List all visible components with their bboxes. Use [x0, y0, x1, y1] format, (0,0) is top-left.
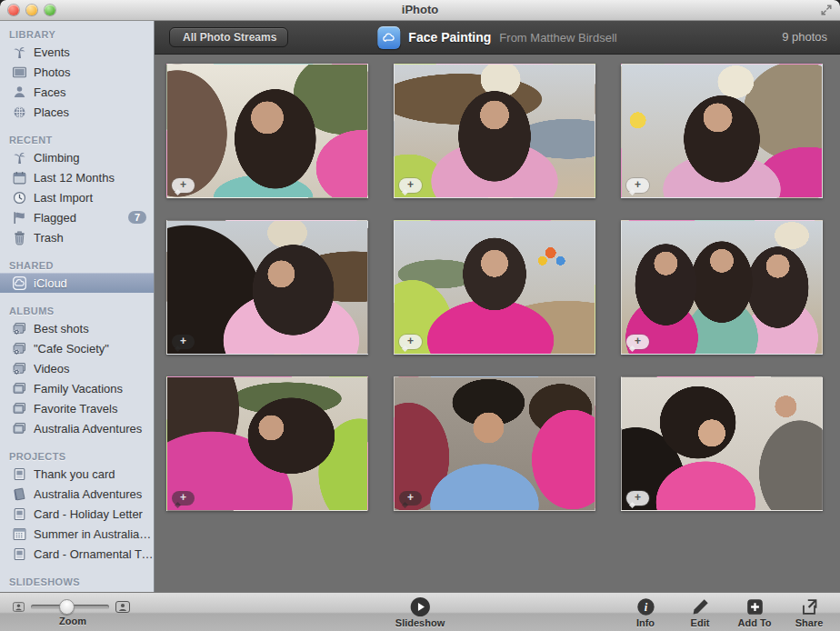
- smart-album-icon: [12, 341, 27, 356]
- photo-thumbnail-4[interactable]: +: [166, 220, 368, 355]
- sidebar-item-label: Summer in Australia C…: [34, 527, 154, 541]
- sidebar-item-label: Trash: [34, 231, 154, 245]
- section-header-projects: PROJECTS: [0, 448, 154, 464]
- sidebar-item-trash[interactable]: Trash: [0, 227, 154, 247]
- sidebar-item-places[interactable]: Places: [0, 102, 154, 122]
- sidebar-item-label: Family Vacations: [34, 382, 154, 396]
- back-to-streams-button[interactable]: All Photo Streams: [169, 27, 288, 47]
- share-icon: [800, 596, 819, 617]
- sidebar-item-label: Favorite Travels: [34, 402, 154, 416]
- sidebar-item-label: Card - Ornamental Tree: [34, 547, 154, 561]
- photo-thumbnail-6[interactable]: +: [621, 220, 823, 355]
- window-title: iPhoto: [0, 0, 840, 20]
- comment-add-badge[interactable]: +: [172, 335, 195, 349]
- zoom-label: Zoom: [13, 616, 133, 626]
- sidebar-item-label: Australia Adventures: [34, 422, 154, 436]
- sidebar-item-videos[interactable]: Videos: [0, 358, 154, 378]
- sidebar-item-faces[interactable]: Faces: [0, 82, 154, 102]
- sidebar-section-shared: SHAREDiCloud: [0, 257, 154, 293]
- sidebar-item-climbing[interactable]: Climbing: [0, 147, 154, 167]
- section-header-slideshows: SLIDESHOWS: [0, 574, 154, 589]
- sidebar-item-best-shots[interactable]: Best shots: [0, 318, 154, 338]
- sidebar-item-card-holiday-letter[interactable]: Card - Holiday Letter: [0, 504, 154, 524]
- sidebar-item-label: Best shots: [34, 322, 154, 336]
- sidebar-item-summer-in-australia-c[interactable]: Summer in Australia C…: [0, 524, 154, 544]
- sidebar-item-label: iCloud: [34, 276, 154, 290]
- calendar-icon: [12, 170, 27, 185]
- share-button[interactable]: Share: [789, 596, 829, 628]
- sidebar-item-icloud[interactable]: iCloud: [0, 273, 154, 293]
- card-icon: [12, 506, 27, 522]
- zoom-slider-knob[interactable]: [59, 599, 75, 615]
- sidebar-section-slideshows: SLIDESHOWSSnow Day: [0, 574, 154, 592]
- fullscreen-icon[interactable]: [820, 4, 833, 16]
- flag-icon: [12, 210, 27, 225]
- sidebar-item-label: Last Import: [34, 191, 154, 205]
- photo-thumbnail-2[interactable]: +: [394, 64, 595, 198]
- comment-add-badge[interactable]: +: [172, 178, 195, 193]
- toolbar-right-group: i Info Edit Add To Share: [625, 596, 829, 628]
- pencil-icon: [691, 596, 710, 617]
- sidebar-item-photos[interactable]: Photos: [0, 62, 154, 82]
- comment-add-badge[interactable]: +: [399, 178, 422, 193]
- slideshow-button[interactable]: Slideshow: [395, 596, 445, 628]
- stream-title: Face Painting: [408, 30, 491, 45]
- sidebar: LIBRARYEventsPhotosFacesPlacesRECENTClim…: [0, 21, 155, 592]
- comment-add-badge[interactable]: +: [626, 335, 649, 349]
- sidebar-item-thank-you-card[interactable]: Thank you card: [0, 464, 154, 484]
- comment-add-badge[interactable]: +: [172, 491, 195, 506]
- zoom-large-icon[interactable]: [115, 601, 130, 613]
- photo-thumbnail-5[interactable]: +: [394, 220, 595, 355]
- comment-add-badge[interactable]: +: [399, 491, 422, 506]
- sidebar-item-flagged[interactable]: Flagged7: [0, 207, 154, 227]
- book-icon: [12, 486, 27, 502]
- calendar-project-icon: [12, 526, 27, 542]
- stream-owner: From Matthew Birdsell: [499, 31, 616, 45]
- sidebar-item-events[interactable]: Events: [0, 42, 154, 62]
- photo-thumbnail-1[interactable]: +: [166, 64, 368, 198]
- sidebar-item-australia-adventures[interactable]: Australia Adventures: [0, 484, 154, 504]
- edit-button[interactable]: Edit: [680, 596, 720, 628]
- smart-album-icon: [12, 361, 27, 376]
- sidebar-item-last-12-months[interactable]: Last 12 Months: [0, 167, 154, 187]
- sidebar-item-label: Last 12 Months: [34, 171, 154, 185]
- bottom-toolbar: Zoom Slideshow i Info Edit: [0, 592, 840, 631]
- zoom-control: Zoom: [13, 597, 133, 626]
- titlebar[interactable]: iPhoto: [0, 0, 840, 21]
- plus-icon: [745, 596, 765, 617]
- clock-icon: [12, 190, 27, 205]
- iphoto-window: iPhoto LIBRARYEventsPhotosFacesPlacesREC…: [0, 0, 840, 631]
- photo-thumbnail-9[interactable]: +: [621, 376, 823, 511]
- sidebar-item-card-ornamental-tree[interactable]: Card - Ornamental Tree: [0, 544, 154, 564]
- item-count-badge: 7: [128, 211, 146, 224]
- photo-thumbnail-8[interactable]: +: [394, 376, 595, 511]
- sidebar-item-family-vacations[interactable]: Family Vacations: [0, 378, 154, 398]
- palm-tree-icon: [12, 150, 27, 165]
- content-area: All Photo Streams Face Painting From Mat…: [155, 21, 840, 592]
- comment-add-badge[interactable]: +: [626, 491, 649, 506]
- sidebar-item-australia-adventures[interactable]: Australia Adventures: [0, 418, 154, 438]
- add-to-label: Add To: [737, 617, 771, 628]
- sidebar-item-last-import[interactable]: Last Import: [0, 187, 154, 207]
- sidebar-item-favorite-travels[interactable]: Favorite Travels: [0, 398, 154, 418]
- sidebar-item-cafe-society[interactable]: "Cafe Society": [0, 338, 154, 358]
- stream-title-group: Face Painting From Matthew Birdsell: [377, 21, 616, 54]
- sidebar-item-label: Photos: [34, 65, 154, 79]
- zoom-small-icon[interactable]: [13, 602, 25, 612]
- add-to-button[interactable]: Add To: [735, 596, 775, 628]
- comment-add-badge[interactable]: +: [399, 335, 422, 349]
- sidebar-section-recent: RECENTClimbingLast 12 MonthsLast ImportF…: [0, 132, 154, 247]
- comment-add-badge[interactable]: +: [626, 178, 649, 193]
- photos-icon: [12, 65, 27, 80]
- album-icon: [12, 381, 27, 396]
- info-button[interactable]: i Info: [625, 596, 665, 628]
- photo-thumbnail-3[interactable]: +: [621, 64, 823, 198]
- svg-text:i: i: [644, 601, 647, 614]
- sidebar-section-library: LIBRARYEventsPhotosFacesPlaces: [0, 26, 154, 122]
- slideshow-label: Slideshow: [395, 617, 445, 628]
- sidebar-item-label: Events: [34, 45, 154, 59]
- share-label: Share: [795, 617, 824, 628]
- zoom-slider[interactable]: [31, 605, 109, 609]
- palm-tree-icon: [12, 45, 27, 60]
- photo-thumbnail-7[interactable]: +: [166, 376, 368, 511]
